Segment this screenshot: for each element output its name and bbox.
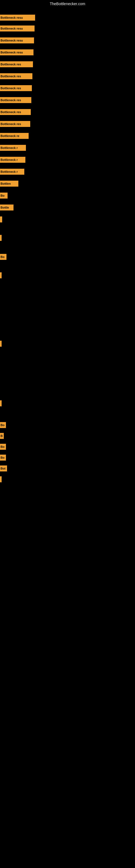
bar-item-29: Bo <box>0 455 6 461</box>
bar-item-7: Bottleneck res <box>0 85 32 91</box>
bar-item-10: Bottleneck res <box>0 121 30 127</box>
site-title: TheBottlenecker.com <box>0 0 135 7</box>
bar-item-18 <box>0 216 2 222</box>
bar-item-12: Bottleneck r <box>0 145 26 151</box>
bar-item-19 <box>0 235 2 241</box>
bar-item-17: Bottle <box>0 205 13 211</box>
bar-item-11: Bottleneck re <box>0 133 29 139</box>
bar-item-16: Bo <box>0 193 8 198</box>
bar-item-31 <box>0 476 2 482</box>
bar-item-20: Bo <box>0 254 6 260</box>
bar-item-21 <box>0 272 2 278</box>
bar-item-1: Bottleneck resu <box>0 14 35 21</box>
bar-item-9: Bottleneck res <box>0 109 31 115</box>
bar-item-25 <box>0 400 2 406</box>
bar-item-6: Bottleneck res <box>0 73 32 79</box>
bar-item-28: Bo <box>0 444 6 450</box>
bar-item-23 <box>0 341 2 347</box>
bar-item-2: Bottleneck resu <box>0 26 35 31</box>
bar-item-27: B <box>0 433 4 439</box>
bar-item-15: Bottlen <box>0 181 18 187</box>
bar-item-3: Bottleneck resu <box>0 37 34 43</box>
bar-item-30: Bot <box>0 465 7 471</box>
bar-item-26: Bo <box>0 422 6 428</box>
bar-item-13: Bottleneck r <box>0 157 26 163</box>
bar-item-5: Bottleneck res <box>0 61 33 67</box>
bar-item-8: Bottleneck res <box>0 97 31 103</box>
bar-item-4: Bottleneck resu <box>0 50 34 55</box>
bar-item-14: Bottleneck r <box>0 169 24 175</box>
